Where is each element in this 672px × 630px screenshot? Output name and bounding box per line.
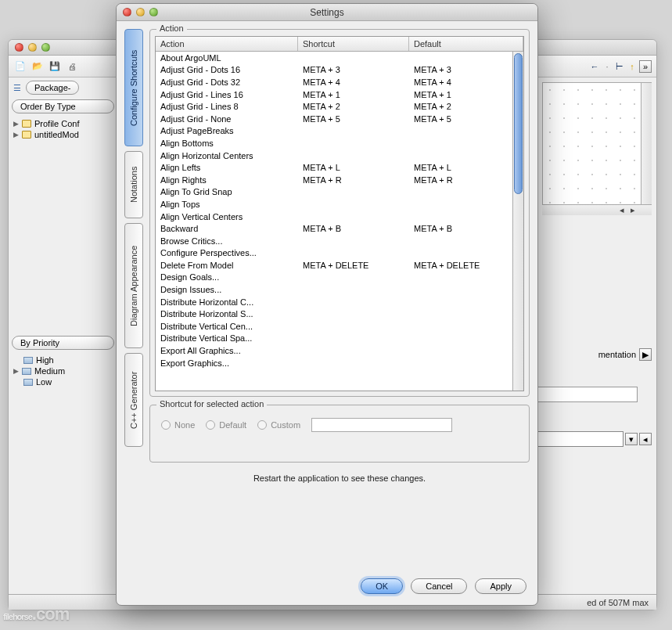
cell-action: Align Lefts [160,163,303,172]
table-row[interactable]: Design Goals... [156,272,523,284]
zoom-icon[interactable] [41,43,50,52]
table-row[interactable]: Distribute Horizontal S... [156,308,523,320]
cell-action: Design Goals... [160,272,303,282]
fieldset-legend: Shortcut for selected action [156,399,267,409]
save-icon[interactable]: 💾 [48,59,62,74]
combo-dropdown-icon[interactable]: ▾ [625,433,638,445]
table-row[interactable]: Configure Perspectives... [156,247,523,260]
cell-default: META + 5 [414,114,519,124]
table-row[interactable]: Adjust Grid - Dots 32META + 4META + 4 [156,76,523,88]
radio-icon [206,420,215,430]
table-row[interactable]: Adjust PageBreaks [156,125,523,138]
by-priority-button[interactable]: By Priority [12,336,114,350]
table-row[interactable]: Distribute Vertical Spa... [156,333,523,345]
table-row[interactable]: Distribute Horizontal C... [156,296,523,308]
table-row[interactable]: Align To Grid Snap [156,186,523,199]
cell-action: Adjust Grid - Dots 16 [160,65,303,74]
cell-action: Align Rights [160,175,303,185]
arrow-up-icon[interactable]: ↑ [627,61,638,72]
table-row[interactable]: Delete From ModelMETA + DELETEMETA + DEL… [156,259,523,272]
tab-documentation[interactable]: mentation [598,350,636,359]
col-action[interactable]: Action [156,37,298,51]
cell-action: Export Graphics... [160,358,303,368]
zoom-icon[interactable] [149,8,158,16]
close-icon[interactable] [123,8,131,16]
diagram-canvas[interactable]: ◂ ▸ [542,82,652,215]
cell-action: Backward [160,224,303,233]
table-row[interactable]: Align RightsMETA + RMETA + R [156,174,523,186]
table-row[interactable]: About ArgoUML [156,52,523,64]
table-scrollbar[interactable] [512,52,523,391]
table-row[interactable]: Align LeftsMETA + LMETA + L [156,161,523,174]
scroll-right-icon[interactable]: ▸ [628,206,638,215]
radio-none[interactable]: None [161,420,195,430]
table-row[interactable]: Adjust Grid - Lines 8META + 2META + 2 [156,100,523,113]
vertical-scrollbar[interactable] [641,83,652,214]
open-icon[interactable]: 📂 [31,59,45,74]
minimize-icon[interactable] [136,8,145,16]
custom-shortcut-input[interactable] [311,418,452,432]
next-tab-button[interactable]: ▶ [639,348,652,361]
table-row[interactable]: Adjust Grid - Lines 16META + 1META + 1 [156,88,523,101]
priority-high[interactable]: High [12,355,114,365]
priority-icon [22,368,31,375]
table-row[interactable]: BackwardMETA + BMETA + B [156,222,523,235]
minimize-icon[interactable] [28,43,37,52]
new-icon[interactable]: 📄 [13,59,27,74]
arrow-left-icon[interactable]: ← [589,61,600,72]
cell-shortcut: META + 2 [303,102,414,111]
radio-default[interactable]: Default [206,420,246,430]
print-icon[interactable]: 🖨 [65,59,79,74]
priority-label: Low [36,377,52,387]
col-shortcut[interactable]: Shortcut [298,37,409,51]
tab-cpp-generator[interactable]: C++ Generator [124,353,143,447]
cell-action: Design Issues... [160,285,303,294]
table-row[interactable]: Export All Graphics... [156,344,523,357]
priority-medium[interactable]: ▶Medium [12,365,114,376]
table-row[interactable]: Align Bottoms [156,137,523,149]
table-row[interactable]: Browse Critics... [156,235,523,247]
radio-icon [161,420,171,430]
cell-shortcut: META + 3 [303,65,414,74]
connector-icon[interactable]: ⊢ [614,61,625,72]
folder-icon [22,120,31,128]
close-icon[interactable] [15,43,23,52]
cell-action: Configure Perspectives... [160,248,303,257]
apply-button[interactable]: Apply [475,578,526,594]
scrollbar-thumb[interactable] [514,53,523,194]
expand-tools-button[interactable]: » [639,60,652,73]
priority-label: High [36,355,54,365]
priority-low[interactable]: Low [12,376,114,387]
scroll-left-icon[interactable]: ◂ [617,206,627,215]
table-row[interactable]: Align Vertical Centers [156,211,523,223]
tree-item-model[interactable]: ▶untitledMod [12,129,114,140]
table-row[interactable]: Align Tops [156,198,523,211]
text-field[interactable] [528,387,638,402]
cell-action: Align Vertical Centers [160,212,303,221]
order-by-type-button[interactable]: Order By Type [12,99,114,113]
table-body[interactable]: About ArgoUMLAdjust Grid - Dots 16META +… [156,52,523,391]
cell-action: Align Horizontal Centers [160,151,303,160]
table-row[interactable]: Adjust Grid - Dots 16META + 3META + 3 [156,64,523,77]
tab-diagram-appearance[interactable]: Diagram Appearance [124,223,143,348]
table-row[interactable]: Distribute Vertical Cen... [156,320,523,333]
table-row[interactable]: Export Graphics... [156,357,523,369]
collapse-button[interactable]: ◂ [639,433,652,445]
cell-shortcut: META + 4 [303,77,414,87]
ok-button[interactable]: OK [361,578,403,594]
divider-icon: · [602,61,613,72]
memory-status: ed of 507M max [587,598,649,607]
table-row[interactable]: Align Horizontal Centers [156,149,523,162]
cancel-button[interactable]: Cancel [411,578,467,594]
tree-item-label: Profile Conf [34,119,79,128]
table-row[interactable]: Design Issues... [156,283,523,296]
table-row[interactable]: Adjust Grid - NoneMETA + 5META + 5 [156,113,523,125]
col-default[interactable]: Default [409,37,523,51]
package-button[interactable]: Package- [26,81,79,95]
tab-configure-shortcuts[interactable]: Configure Shortcuts [124,29,143,146]
radio-custom[interactable]: Custom [257,420,300,430]
horizontal-scrollbar[interactable]: ◂ ▸ [542,204,652,215]
cell-shortcut: META + R [303,175,414,185]
tree-item-profile[interactable]: ▶Profile Conf [12,118,114,129]
tab-notations[interactable]: Notations [124,151,143,218]
